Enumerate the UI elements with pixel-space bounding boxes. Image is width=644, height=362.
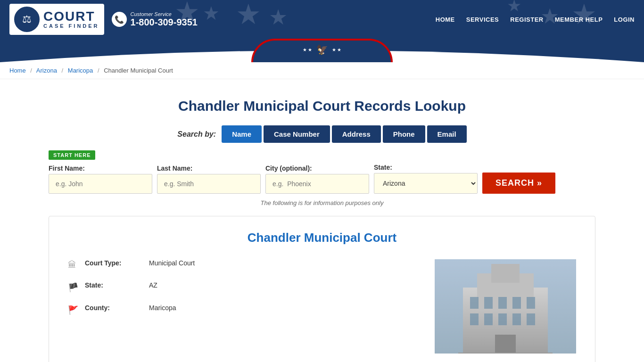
court-type-label: Court Type: [85, 259, 141, 267]
eagle-symbol: 🦅 [316, 44, 328, 55]
tab-email[interactable]: Email [427, 125, 467, 143]
breadcrumb-sep-3: / [98, 67, 99, 74]
customer-service-label: Customer Service [131, 11, 198, 17]
building-photo [435, 259, 576, 354]
court-type-value: Municipal Court [149, 259, 195, 267]
search-by-label: Search by: [177, 130, 216, 139]
phone-number: 1-800-309-9351 [131, 17, 198, 28]
court-info-card: Chandler Municipal Court 🏛 Court Type: M… [49, 216, 595, 362]
svg-rect-15 [458, 353, 553, 354]
svg-rect-6 [498, 297, 507, 309]
info-row-state: 🏴 State: AZ [68, 281, 421, 293]
city-input[interactable] [265, 174, 369, 194]
breadcrumb: Home / Arizona / Maricopa / Chandler Mun… [0, 62, 644, 79]
search-form-container: START HERE First Name: Last Name: City (… [49, 150, 595, 194]
eagle-emblem: ★ ★ 🦅 ★ ★ [251, 39, 393, 62]
tab-address[interactable]: Address [332, 125, 381, 143]
logo-seal: ⚖ [14, 7, 40, 32]
info-card-body: 🏛 Court Type: Municipal Court 🏴 State: A… [68, 259, 576, 354]
svg-rect-11 [498, 313, 507, 325]
page-title: Chandler Municipal Court Records Lookup [49, 98, 595, 114]
info-row-type: 🏛 Court Type: Municipal Court [68, 259, 421, 270]
breadcrumb-sep-1: / [30, 67, 32, 74]
svg-rect-8 [527, 297, 535, 309]
city-group: City (optional): [265, 165, 369, 194]
svg-rect-3 [491, 264, 520, 283]
last-name-group: Last Name: [157, 165, 261, 194]
last-name-label: Last Name: [157, 165, 261, 172]
search-form-row: First Name: Last Name: City (optional): … [49, 164, 595, 194]
state-group: State: Arizona Alabama Alaska California… [374, 164, 478, 194]
first-name-group: First Name: [49, 165, 152, 194]
info-details: 🏛 Court Type: Municipal Court 🏴 State: A… [68, 259, 421, 354]
main-nav: HOME SERVICES REGISTER MEMBER HELP LOGIN [436, 16, 635, 23]
phone-icon: 📞 [112, 12, 127, 27]
breadcrumb-sep-2: / [62, 67, 64, 74]
main-content: Chandler Municipal Court Records Lookup … [39, 79, 605, 362]
svg-rect-13 [527, 313, 535, 325]
county-icon: 🚩 [68, 305, 77, 315]
header-left: ⚖ COURT CASE FINDER 📞 Customer Service 1… [9, 4, 198, 35]
breadcrumb-current: Chandler Municipal Court [104, 67, 173, 74]
state-icon: 🏴 [68, 282, 77, 293]
city-label: City (optional): [265, 165, 369, 172]
logo-case-finder-label: CASE FINDER [43, 23, 99, 29]
logo[interactable]: ⚖ COURT CASE FINDER [9, 4, 104, 35]
breadcrumb-arizona[interactable]: Arizona [36, 67, 57, 74]
svg-rect-9 [470, 313, 479, 325]
first-name-label: First Name: [49, 165, 152, 172]
logo-text: COURT CASE FINDER [43, 10, 99, 29]
nav-register[interactable]: REGISTER [510, 16, 543, 23]
breadcrumb-home[interactable]: Home [9, 67, 26, 74]
nav-login[interactable]: LOGIN [614, 16, 635, 23]
eagle-left-stars: ★ ★ [303, 47, 313, 52]
svg-rect-14 [495, 335, 516, 354]
tab-name[interactable]: Name [222, 125, 262, 143]
state-select[interactable]: Arizona Alabama Alaska California Colora… [374, 173, 478, 194]
start-here-badge: START HERE [49, 150, 95, 160]
svg-rect-10 [484, 313, 493, 325]
svg-rect-5 [484, 297, 493, 309]
logo-court-label: COURT [43, 10, 95, 23]
header: ★ ★ ★ ★ ★ ★ ★ ⚖ COURT CASE FINDER 📞 Cust… [0, 0, 644, 39]
svg-rect-4 [470, 297, 479, 309]
court-card-title: Chandler Municipal Court [68, 230, 576, 245]
state-value: AZ [149, 281, 157, 289]
info-row-county: 🚩 County: Maricopa [68, 304, 421, 315]
search-by-row: Search by: Name Case Number Address Phon… [49, 125, 595, 143]
tab-phone[interactable]: Phone [383, 125, 425, 143]
svg-rect-12 [512, 313, 521, 325]
ribbon-area: ★ ★ 🦅 ★ ★ [0, 39, 644, 62]
building-svg [435, 259, 576, 354]
nav-home[interactable]: HOME [436, 16, 455, 23]
header-phone: 📞 Customer Service 1-800-309-9351 [112, 11, 198, 28]
county-value: Maricopa [149, 304, 176, 312]
eagle-right-stars: ★ ★ [332, 47, 342, 52]
court-building-image [435, 259, 576, 354]
last-name-input[interactable] [157, 174, 261, 194]
phone-text: Customer Service 1-800-309-9351 [131, 11, 198, 28]
info-note: The following is for information purpose… [49, 199, 595, 206]
nav-services[interactable]: SERVICES [466, 16, 499, 23]
state-label-card: State: [85, 281, 141, 289]
svg-rect-7 [512, 297, 521, 309]
county-label: County: [85, 304, 141, 312]
nav-member-help[interactable]: MEMBER HELP [555, 16, 603, 23]
first-name-input[interactable] [49, 174, 152, 194]
search-button[interactable]: SEARCH » [482, 173, 555, 194]
breadcrumb-maricopa[interactable]: Maricopa [68, 67, 93, 74]
court-type-icon: 🏛 [68, 260, 77, 270]
state-label: State: [374, 164, 478, 171]
tab-case-number[interactable]: Case Number [264, 125, 330, 143]
